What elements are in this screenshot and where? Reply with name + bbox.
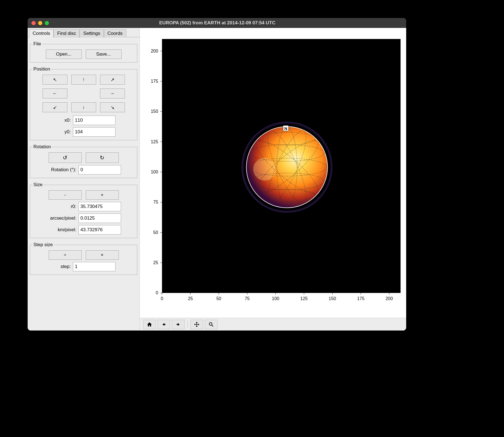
zoom-icon bbox=[208, 322, 214, 327]
svg-text:50: 50 bbox=[216, 296, 221, 301]
window-title: EUROPA (502) from EARTH at 2014-12-09 07… bbox=[49, 20, 402, 26]
move-n-button[interactable]: ↑ bbox=[71, 75, 96, 85]
svg-text:175: 175 bbox=[357, 296, 364, 301]
rotation-label: Rotation (°): bbox=[51, 167, 76, 173]
svg-text:100: 100 bbox=[272, 296, 279, 301]
svg-text:100: 100 bbox=[151, 170, 158, 174]
content-area: Controls Find disc Settings Coords File … bbox=[28, 28, 406, 331]
forward-arrow-icon bbox=[175, 322, 181, 327]
svg-line-56 bbox=[212, 325, 213, 326]
svg-text:75: 75 bbox=[245, 296, 250, 301]
back-button[interactable] bbox=[158, 320, 170, 329]
matplotlib-toolbar bbox=[140, 318, 406, 331]
svg-rect-54 bbox=[177, 324, 178, 325]
svg-text:175: 175 bbox=[151, 79, 158, 84]
plot-area[interactable]: N025507510012515017520002550751001251501… bbox=[140, 28, 406, 318]
move-ne-button[interactable]: ↗ bbox=[100, 75, 125, 85]
svg-text:0: 0 bbox=[156, 290, 158, 295]
rotation-legend: Rotation bbox=[32, 144, 52, 150]
svg-text:0: 0 bbox=[161, 296, 163, 301]
move-sw-button[interactable]: ↙ bbox=[43, 102, 67, 112]
toolbar-separator bbox=[187, 321, 188, 328]
tab-content: File Open... Save... Position ↖ ↑ ↗ ← → bbox=[28, 37, 140, 331]
home-button[interactable] bbox=[143, 320, 156, 329]
control-panel: Controls Find disc Settings Coords File … bbox=[28, 28, 140, 331]
arcsec-input[interactable] bbox=[78, 214, 121, 223]
rotation-input[interactable] bbox=[78, 165, 121, 175]
svg-text:150: 150 bbox=[151, 109, 158, 114]
position-legend: Position bbox=[32, 66, 51, 72]
move-nw-button[interactable]: ↖ bbox=[43, 75, 67, 85]
back-arrow-icon bbox=[161, 322, 167, 327]
open-button[interactable]: Open... bbox=[46, 50, 82, 59]
titlebar: EUROPA (502) from EARTH at 2014-12-09 07… bbox=[28, 18, 406, 28]
close-window-button[interactable] bbox=[32, 21, 36, 25]
size-minus-button[interactable]: - bbox=[49, 190, 82, 200]
tab-bar: Controls Find disc Settings Coords bbox=[28, 28, 140, 37]
app-window: EUROPA (502) from EARTH at 2014-12-09 07… bbox=[28, 18, 406, 331]
move-e-button[interactable]: → bbox=[100, 89, 125, 98]
step-input[interactable] bbox=[73, 262, 116, 271]
step-mul-button[interactable]: × bbox=[86, 250, 119, 260]
zoom-button[interactable] bbox=[205, 320, 217, 329]
minimize-window-button[interactable] bbox=[38, 21, 42, 25]
tab-find-disc[interactable]: Find disc bbox=[54, 29, 80, 38]
svg-text:75: 75 bbox=[153, 200, 158, 204]
r0-input[interactable] bbox=[78, 202, 121, 211]
tab-controls[interactable]: Controls bbox=[29, 29, 54, 38]
forward-button[interactable] bbox=[172, 320, 185, 329]
file-legend: File bbox=[32, 41, 42, 47]
move-center-empty bbox=[71, 89, 96, 98]
y0-label: y0: bbox=[64, 129, 71, 135]
svg-text:200: 200 bbox=[385, 296, 393, 301]
save-button[interactable]: Save... bbox=[86, 50, 122, 59]
plot-panel: N025507510012515017520002550751001251501… bbox=[140, 28, 406, 331]
svg-text:25: 25 bbox=[153, 260, 158, 265]
svg-text:125: 125 bbox=[300, 296, 308, 301]
arcsec-label: arcsec/pixel: bbox=[50, 215, 76, 221]
rotation-group: Rotation ↺ ↻ Rotation (°): bbox=[30, 144, 137, 178]
y0-input[interactable] bbox=[73, 127, 116, 137]
position-group: Position ↖ ↑ ↗ ← → ↙ ↓ ↘ x0: bbox=[30, 66, 137, 140]
step-legend: Step size bbox=[32, 242, 54, 248]
pan-button[interactable] bbox=[190, 320, 203, 329]
home-icon bbox=[147, 322, 152, 327]
move-s-button[interactable]: ↓ bbox=[71, 102, 96, 112]
move-w-button[interactable]: ← bbox=[43, 89, 67, 98]
km-label: km/pixel: bbox=[58, 227, 76, 233]
maximize-window-button[interactable] bbox=[45, 21, 49, 25]
size-plus-button[interactable]: + bbox=[86, 190, 119, 200]
tab-settings[interactable]: Settings bbox=[80, 29, 104, 38]
tab-coords[interactable]: Coords bbox=[104, 29, 126, 38]
size-group: Size - + r0: arcsec/pixel: km/pixel: bbox=[30, 182, 137, 238]
file-group: File Open... Save... bbox=[30, 41, 137, 63]
r0-label: r0: bbox=[71, 204, 76, 209]
traffic-lights bbox=[32, 21, 49, 25]
step-div-button[interactable]: ÷ bbox=[49, 250, 82, 260]
x0-input[interactable] bbox=[73, 116, 116, 125]
svg-text:125: 125 bbox=[151, 139, 158, 144]
svg-text:200: 200 bbox=[151, 49, 158, 53]
rotate-ccw-button[interactable]: ↺ bbox=[49, 152, 82, 163]
km-input[interactable] bbox=[78, 225, 121, 235]
svg-text:N: N bbox=[284, 126, 287, 131]
svg-point-55 bbox=[209, 322, 212, 325]
svg-text:50: 50 bbox=[153, 230, 158, 235]
svg-text:25: 25 bbox=[188, 296, 193, 301]
size-legend: Size bbox=[32, 182, 44, 188]
rotate-cw-button[interactable]: ↻ bbox=[86, 152, 119, 163]
pan-icon bbox=[194, 322, 200, 327]
svg-text:150: 150 bbox=[329, 296, 336, 301]
svg-rect-53 bbox=[164, 324, 166, 325]
step-group: Step size ÷ × step: bbox=[30, 242, 137, 275]
plot-canvas[interactable]: N025507510012515017520002550751001251501… bbox=[140, 28, 406, 318]
move-se-button[interactable]: ↘ bbox=[100, 102, 125, 112]
x0-label: x0: bbox=[64, 118, 71, 123]
step-label: step: bbox=[61, 264, 71, 269]
